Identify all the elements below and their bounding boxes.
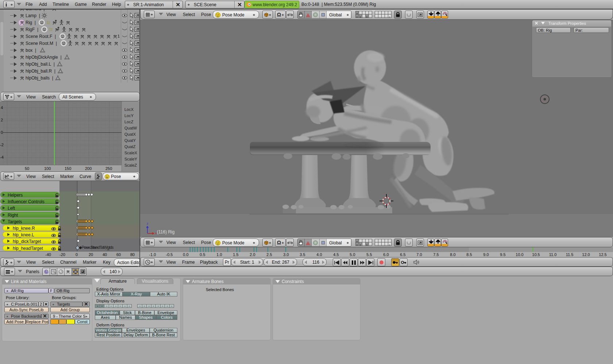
svg-text:z: z <box>147 222 149 225</box>
svg-text:(116) Rig: (116) Rig <box>157 229 174 235</box>
